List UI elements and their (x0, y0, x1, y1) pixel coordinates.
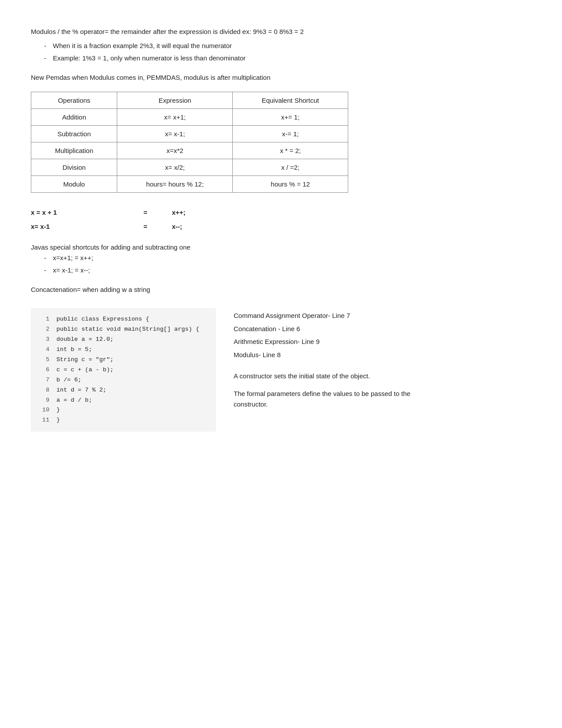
table-row: Multiplicationx=x*2x * = 2; (31, 142, 348, 159)
code-line: 6 c = c + (a - b); (39, 365, 208, 375)
table-row: Divisionx= x/2;x / =2; (31, 159, 348, 176)
code-line: 11} (39, 415, 208, 426)
annotation-item: Command Assignment Operator- Line 7 (234, 310, 419, 321)
code-line: 3 double a = 12.0; (39, 335, 208, 345)
java-shortcuts-section: Javas special shortcuts for adding and s… (31, 242, 531, 276)
code-line: 9 a = d / b; (39, 396, 208, 406)
table-cell: x / =2; (233, 159, 348, 176)
col-header-shortcut: Equivalent Shortcut (233, 92, 348, 109)
line-number: 10 (39, 405, 49, 415)
line-code: } (56, 405, 60, 415)
line-code: b /= 6; (56, 375, 82, 385)
table-cell: x= x/2; (117, 159, 233, 176)
intro-modulos: Modulos / the % operator= the remainder … (31, 26, 531, 37)
line-code: public static void main(String[] args) { (56, 325, 199, 335)
line-code: String c = "gr"; (56, 355, 114, 365)
line-number: 2 (39, 325, 49, 335)
table-cell: x= x-1; (117, 126, 233, 142)
code-line: 4 int b = 5; (39, 345, 208, 355)
line-code: c = c + (a - b); (56, 365, 114, 375)
table-cell: hours % = 12 (233, 176, 348, 193)
line-number: 4 (39, 345, 49, 355)
formal-note: The formal parameters define the values … (234, 388, 419, 410)
table-cell: x+= 1; (233, 109, 348, 126)
line-number: 9 (39, 396, 49, 406)
concat-section: Concactenation= when adding w a string (31, 284, 531, 295)
table-cell: Modulo (31, 176, 117, 193)
shorthand-row-2: x= x-1 = x--; (31, 220, 531, 233)
shorthand-right-1: x++; (172, 206, 186, 219)
line-number: 8 (39, 385, 49, 396)
code-block: 1public class Expressions {2 public stat… (31, 308, 216, 432)
line-code: double a = 12.0; (56, 335, 114, 345)
table-cell: hours= hours % 12; (117, 176, 233, 193)
java-shortcuts-bullets: x=x+1; = x++; x= x-1; = x--; (44, 253, 531, 276)
table-cell: Addition (31, 109, 117, 126)
java-shortcut-1: x=x+1; = x++; (44, 253, 531, 263)
bullet-fraction: When it is a fraction example 2%3, it wi… (44, 41, 531, 51)
code-line: 8 int d = 7 % 2; (39, 385, 208, 396)
table-cell: Multiplication (31, 142, 117, 159)
col-header-expression: Expression (117, 92, 233, 109)
annotations-block: Command Assignment Operator- Line 7Conca… (234, 308, 419, 410)
constructor-note: A constructor sets the initial state of … (234, 371, 419, 381)
shorthand-row-1: x = x + 1 = x++; (31, 206, 531, 219)
table-cell: x=x*2 (117, 142, 233, 159)
concat-text: Concactenation= when adding w a string (31, 284, 531, 295)
line-number: 11 (39, 415, 49, 426)
col-header-operations: Operations (31, 92, 117, 109)
intro-bullets: When it is a fraction example 2%3, it wi… (44, 41, 531, 63)
line-number: 3 (39, 335, 49, 345)
line-number: 1 (39, 314, 49, 325)
line-number: 5 (39, 355, 49, 365)
shorthand-eq-1: = (119, 206, 172, 219)
table-row: Modulohours= hours % 12;hours % = 12 (31, 176, 348, 193)
line-code: int b = 5; (56, 345, 92, 355)
table-cell: x-= 1; (233, 126, 348, 142)
table-row: Additionx= x+1;x+= 1; (31, 109, 348, 126)
shorthand-left-2: x= x-1 (31, 220, 119, 233)
code-line: 7 b /= 6; (39, 375, 208, 385)
line-code: int d = 7 % 2; (56, 385, 106, 396)
java-shortcut-2: x= x-1; = x--; (44, 265, 531, 276)
code-annotations-container: 1public class Expressions {2 public stat… (31, 308, 531, 432)
annotation-item: Arithmetic Expression- Line 9 (234, 336, 419, 347)
code-line: 1public class Expressions { (39, 314, 208, 325)
annotation-item: Concatenation - Line 6 (234, 323, 419, 335)
shorthand-block: x = x + 1 = x++; x= x-1 = x--; (31, 206, 531, 233)
table-cell: x= x+1; (117, 109, 233, 126)
line-number: 7 (39, 375, 49, 385)
code-line: 2 public static void main(String[] args)… (39, 325, 208, 335)
table-cell: Division (31, 159, 117, 176)
line-code: a = d / b; (56, 396, 92, 406)
shorthand-right-2: x--; (172, 220, 182, 233)
table-cell: Subtraction (31, 126, 117, 142)
table-cell: x * = 2; (233, 142, 348, 159)
shorthand-left-1: x = x + 1 (31, 206, 119, 219)
line-code: } (56, 415, 60, 426)
line-number: 6 (39, 365, 49, 375)
operations-table: Operations Expression Equivalent Shortcu… (31, 92, 348, 193)
table-row: Subtractionx= x-1;x-= 1; (31, 126, 348, 142)
bullet-example: Example: 1%3 = 1, only when numerator is… (44, 53, 531, 63)
annotation-item: Modulus- Line 8 (234, 349, 419, 361)
code-line: 10 } (39, 405, 208, 415)
pemdas-text: New Pemdas when Modulus comes in, PEMMDA… (31, 72, 531, 83)
java-shortcuts-heading: Javas special shortcuts for adding and s… (31, 242, 531, 253)
shorthand-eq-2: = (119, 220, 172, 233)
code-line: 5 String c = "gr"; (39, 355, 208, 365)
line-code: public class Expressions { (56, 314, 149, 325)
